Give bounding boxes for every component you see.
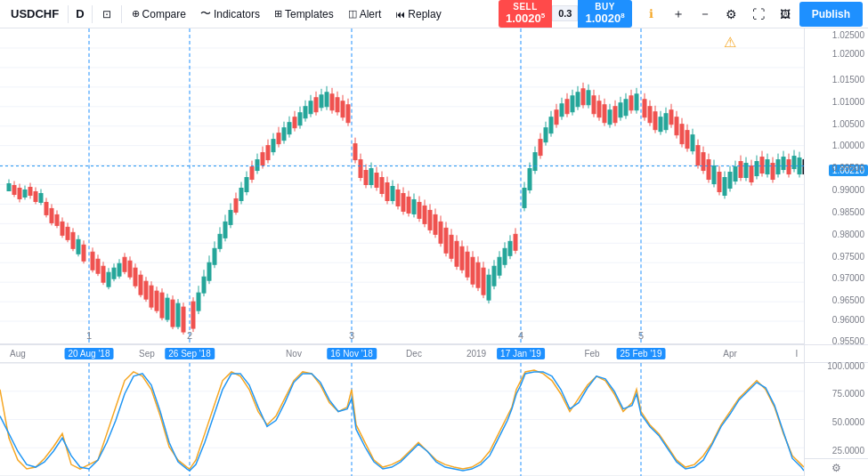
svg-text:2: 2 (187, 330, 192, 341)
minus-icon: － (699, 6, 711, 22)
price-chart-svg: 1 2 3 4 5 (0, 28, 804, 343)
alert-icon: ◫ (348, 8, 357, 20)
zoom-out-button[interactable]: － (693, 2, 718, 27)
price-label-4: 1.01000 (832, 96, 864, 106)
price-label-3: 1.01500 (832, 74, 864, 84)
sell-price: 1.00205 (506, 12, 545, 25)
price-label-2: 1.02000 (832, 49, 864, 59)
templates-icon: ⊞ (274, 8, 282, 20)
sell-label: SELL (506, 2, 545, 12)
replay-label: Replay (408, 8, 441, 20)
price-label-13: 0.96500 (832, 295, 864, 305)
ind-label-2: 75.0000 (832, 389, 864, 399)
info-button[interactable]: ℹ (639, 2, 664, 27)
spread-value: 0.3 (552, 5, 578, 21)
info-icon: ℹ (649, 7, 653, 20)
date-bar: Aug 20 Aug '18 Sep 26 Sep '18 Nov 16 Nov… (0, 344, 804, 362)
date-may: I (796, 349, 799, 359)
camera-icon: 🖼 (780, 8, 791, 20)
compare-icon: ⊕ (132, 8, 140, 20)
sep1 (68, 5, 69, 23)
indicator-panel[interactable] (0, 362, 804, 476)
price-label-8: 0.99000 (832, 185, 864, 195)
chart-area: ⚠ (0, 28, 868, 476)
price-chart[interactable]: ⚠ (0, 28, 804, 344)
bars-icon: ⊡ (102, 8, 111, 20)
buy-price: 1.00208 (585, 12, 624, 25)
toolbar: USDCHF D ⊡ ⊕ Compare 〜 Indicators ⊞ Temp… (0, 0, 868, 28)
svg-text:3: 3 (349, 330, 354, 341)
date-sep26: 26 Sep '18 (165, 348, 215, 359)
right-icons: ℹ ＋ － ⚙ ⛶ 🖼 Publish (639, 2, 863, 27)
price-label-5: 1.00500 (832, 118, 864, 128)
sep3 (121, 5, 122, 23)
sell-button[interactable]: SELL 1.00205 (499, 0, 552, 27)
price-label-15: 0.95500 (832, 336, 864, 346)
zoom-in-button[interactable]: ＋ (666, 2, 691, 27)
price-label-1: 1.02500 (832, 30, 864, 40)
chart-main: ⚠ (0, 28, 804, 476)
price-label-11: 0.97500 (832, 251, 864, 261)
timeframe-selector[interactable]: D (72, 7, 87, 20)
svg-text:5: 5 (638, 330, 644, 341)
date-2019: 2019 (466, 349, 486, 359)
compare-button[interactable]: ⊕ Compare (126, 2, 192, 27)
ind-label-4: 25.0000 (832, 445, 864, 455)
chart-settings-button[interactable]: ⚙ (804, 458, 868, 476)
price-label-14: 0.96000 (832, 314, 864, 324)
buy-button[interactable]: BUY 1.00208 (578, 0, 631, 27)
price-label-6: 1.00000 (832, 141, 864, 150)
plus-icon: ＋ (672, 6, 685, 22)
price-axis: 1.02500 1.02000 1.01500 1.01000 1.00500 … (805, 28, 868, 344)
price-label-12: 0.97000 (832, 273, 864, 283)
indicators-label: Indicators (214, 8, 260, 20)
indicator-chart-svg (0, 363, 804, 476)
publish-button[interactable]: Publish (799, 2, 863, 27)
fullscreen-icon: ⛶ (752, 7, 765, 21)
alert-button[interactable]: ◫ Alert (342, 2, 388, 27)
symbol-label[interactable]: USDCHF (5, 7, 64, 20)
ind-label-3: 50.0000 (832, 417, 864, 427)
compare-label: Compare (142, 8, 186, 20)
alert-label: Alert (360, 8, 382, 20)
date-dec: Dec (406, 349, 422, 359)
date-jan17: 17 Jan '19 (497, 348, 545, 359)
replay-icon: ⏮ (395, 9, 405, 20)
svg-text:4: 4 (518, 330, 523, 341)
date-aug20: 20 Aug '18 (65, 348, 114, 359)
sell-buy-area: SELL 1.00205 0.3 BUY 1.00208 (499, 0, 632, 27)
replay-button[interactable]: ⏮ Replay (389, 2, 447, 27)
templates-label: Templates (285, 8, 334, 20)
templates-button[interactable]: ⊞ Templates (268, 2, 340, 27)
date-nov16: 16 Nov '18 (327, 348, 377, 359)
settings-icon: ⚙ (726, 7, 737, 21)
date-nov: Nov (286, 349, 302, 359)
svg-rect-312 (803, 160, 804, 174)
ind-label-1: 100.0000 (827, 360, 864, 370)
date-aug: Aug (10, 349, 26, 359)
date-sep: Sep (139, 349, 155, 359)
gear-small-icon: ⚙ (831, 462, 841, 474)
bars-icon-btn[interactable]: ⊡ (96, 2, 118, 27)
indicators-button[interactable]: 〜 Indicators (194, 2, 266, 27)
date-apr: Apr (723, 349, 737, 359)
date-feb: Feb (584, 349, 599, 359)
price-label-9: 0.98500 (832, 206, 864, 216)
price-label-10: 0.98000 (832, 229, 864, 238)
buy-label: BUY (585, 2, 624, 12)
svg-text:1: 1 (86, 330, 92, 341)
settings-button[interactable]: ⚙ (719, 2, 744, 27)
fullscreen-button[interactable]: ⛶ (746, 2, 771, 27)
right-axis: 1.02500 1.02000 1.01500 1.01000 1.00500 … (804, 28, 868, 476)
indicators-icon: 〜 (200, 6, 211, 21)
price-label-7: 0.99500 (832, 163, 864, 173)
camera-button[interactable]: 🖼 (773, 2, 798, 27)
date-feb25: 25 Feb '19 (617, 348, 666, 359)
sep2 (92, 5, 93, 23)
